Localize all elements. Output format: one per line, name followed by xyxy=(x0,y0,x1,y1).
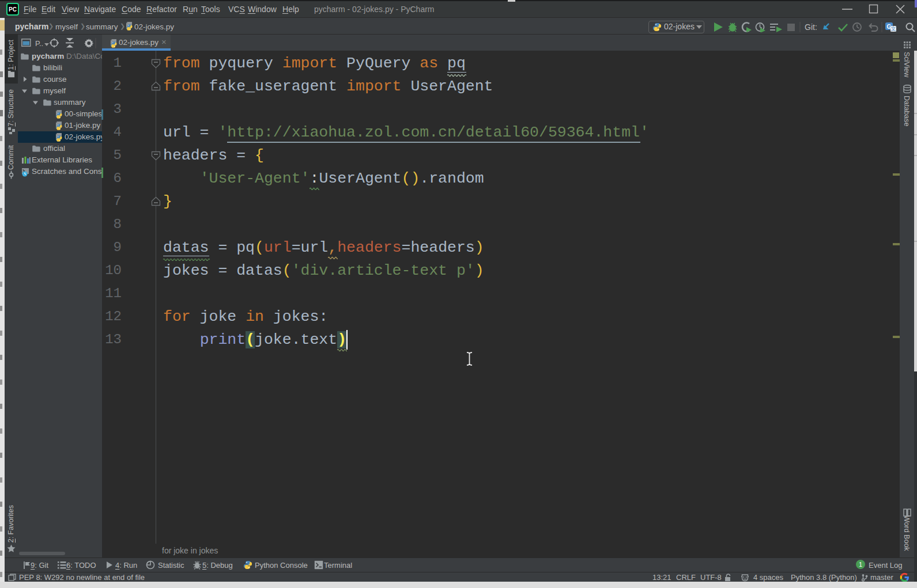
svg-text:P..: P.. xyxy=(35,39,43,48)
svg-text:文: 文 xyxy=(891,26,896,32)
svg-text:PC: PC xyxy=(9,6,17,13)
svg-text:Git:: Git: xyxy=(805,22,817,32)
